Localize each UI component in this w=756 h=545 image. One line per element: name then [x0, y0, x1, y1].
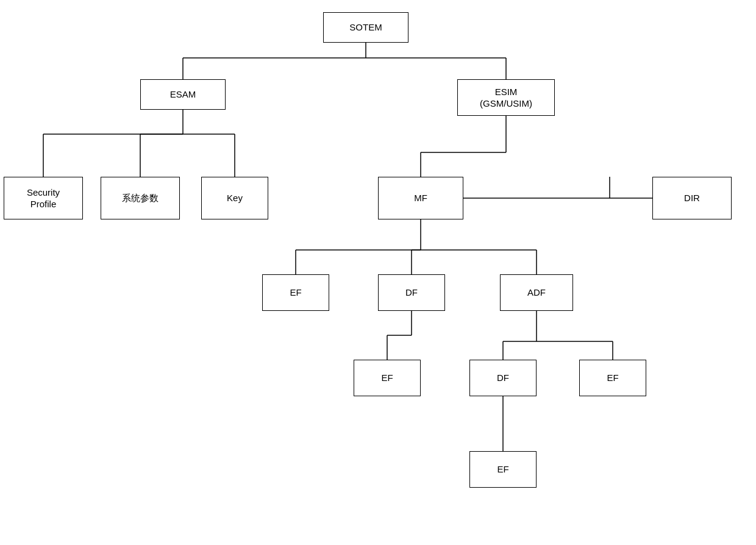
node-ef1: EF: [262, 274, 329, 311]
node-df1: DF: [378, 274, 445, 311]
node-ef3: EF: [579, 360, 646, 396]
node-sys-param: 系统参数: [101, 177, 180, 219]
node-ef4: EF: [469, 451, 537, 488]
node-mf: MF: [378, 177, 463, 219]
node-esam: ESAM: [140, 79, 226, 110]
node-security-profile: SecurityProfile: [4, 177, 83, 219]
node-ef2: EF: [354, 360, 421, 396]
connector-lines: [0, 0, 756, 545]
node-esim: ESIM(GSM/USIM): [457, 79, 555, 116]
node-dir: DIR: [652, 177, 732, 219]
node-df2: DF: [469, 360, 537, 396]
diagram: SOTEM ESAM ESIM(GSM/USIM) SecurityProfil…: [0, 0, 756, 545]
node-key: Key: [201, 177, 268, 219]
node-sotem: SOTEM: [323, 12, 408, 43]
node-adf: ADF: [500, 274, 573, 311]
